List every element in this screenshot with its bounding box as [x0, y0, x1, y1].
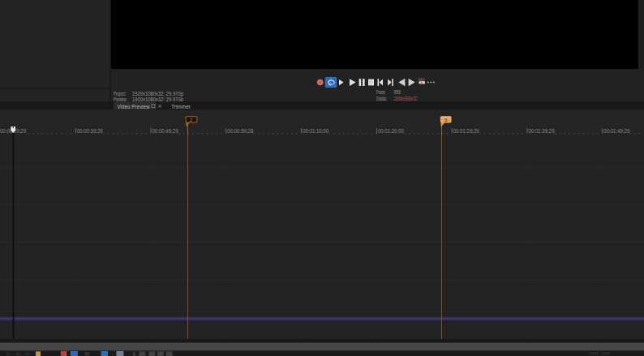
svg-text:3: 3 — [444, 118, 447, 122]
svg-text:1668x938x32: 1668x938x32 — [393, 96, 418, 101]
svg-text:Preview:: Preview: — [114, 97, 127, 102]
svg-text:Trimmer: Trimmer — [171, 104, 191, 109]
svg-text:956: 956 — [394, 89, 401, 95]
svg-text:00:00:39;29: 00:00:39;29 — [77, 128, 103, 134]
svg-text:00:01:49;29: 00:01:49;29 — [603, 128, 629, 134]
svg-text:00:01:29;29: 00:01:29;29 — [453, 128, 479, 134]
svg-text:Frame:: Frame: — [376, 89, 386, 95]
svg-text:Video Preview: Video Preview — [118, 104, 150, 109]
svg-text:Display:: Display: — [376, 96, 387, 102]
svg-text:00:01:20;00: 00:01:20;00 — [378, 128, 404, 134]
svg-text:00:00:49;29: 00:00:49;29 — [152, 128, 178, 134]
svg-text:00:00:59;28: 00:00:59;28 — [227, 128, 253, 134]
svg-text:2: 2 — [190, 118, 193, 122]
svg-text:00:01:39;29: 00:01:39;29 — [529, 128, 555, 134]
svg-text:00:01:10;00: 00:01:10;00 — [303, 128, 328, 134]
